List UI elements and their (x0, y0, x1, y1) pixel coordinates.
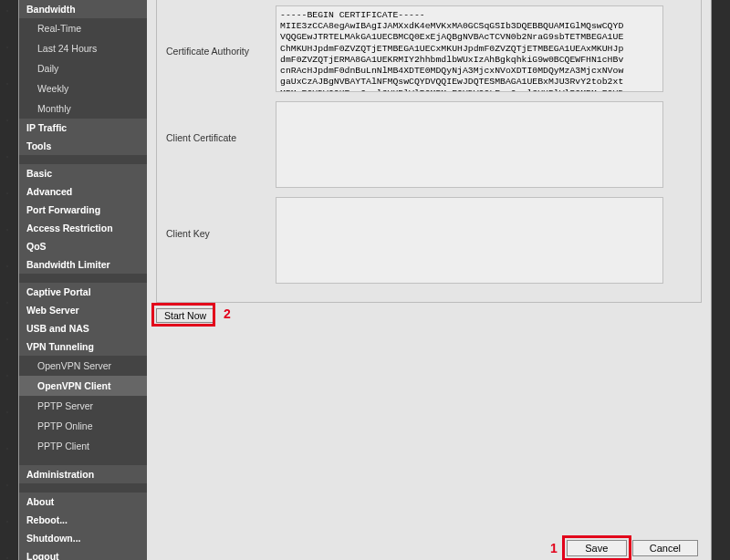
sidebar-header-qos[interactable]: QoS (19, 237, 147, 255)
save-button[interactable]: Save (567, 540, 627, 556)
sidebar-header-tools[interactable]: Tools (19, 137, 147, 155)
ca-label: Certificate Authority (166, 5, 276, 57)
sidebar-item-last24[interactable]: Last 24 Hours (19, 38, 147, 58)
sidebar-header-about[interactable]: About (19, 493, 147, 511)
sidebar-header-vpntunnel[interactable]: VPN Tunneling (19, 337, 147, 356)
cancel-button[interactable]: Cancel (632, 540, 698, 556)
ck-label: Client Key (166, 197, 276, 239)
start-now-button[interactable]: Start Now (156, 308, 214, 323)
main-content: Certificate Authority Client Certificate… (147, 0, 711, 560)
sidebar-item-ovpn-server[interactable]: OpenVPN Server (19, 356, 147, 376)
sidebar-header-reboot[interactable]: Reboot... (19, 511, 147, 529)
sidebar-item-pptp-server[interactable]: PPTP Server (19, 396, 147, 416)
sidebar-item-pptp-client[interactable]: PPTP Client (19, 436, 147, 456)
sidebar-item-weekly[interactable]: Weekly (19, 78, 147, 99)
sidebar-header-basic[interactable]: Basic (19, 164, 147, 182)
sidebar-nav: Bandwidth Real-Time Last 24 Hours Daily … (19, 0, 147, 560)
ca-textarea[interactable] (276, 5, 663, 92)
sidebar-header-iptraffic[interactable]: IP Traffic (19, 119, 147, 137)
ck-textarea[interactable] (276, 197, 663, 284)
footer-buttons: 1 Save Cancel (550, 540, 698, 556)
sidebar-header-usbnas[interactable]: USB and NAS (19, 319, 147, 337)
cc-textarea[interactable] (276, 101, 663, 188)
sidebar-header-captive[interactable]: Captive Portal (19, 283, 147, 301)
sidebar-header-bandwidth[interactable]: Bandwidth (19, 0, 147, 18)
sidebar-item-realtime[interactable]: Real-Time (19, 18, 147, 38)
sidebar-header-logout[interactable]: Logout (19, 547, 147, 560)
sidebar-header-shutdown[interactable]: Shutdown... (19, 529, 147, 547)
sidebar-header-bwlimit[interactable]: Bandwidth Limiter (19, 255, 147, 274)
cc-label: Client Certificate (166, 101, 276, 143)
sidebar-header-webserver[interactable]: Web Server (19, 301, 147, 319)
sidebar-item-daily[interactable]: Daily (19, 58, 147, 78)
sidebar-item-pptp-online[interactable]: PPTP Online (19, 416, 147, 436)
sidebar-header-access[interactable]: Access Restriction (19, 219, 147, 237)
sidebar-header-advanced[interactable]: Advanced (19, 182, 147, 201)
sidebar-item-ovpn-client[interactable]: OpenVPN Client (19, 376, 147, 396)
sidebar-header-portfwd[interactable]: Port Forwarding (19, 201, 147, 219)
annotation-label-1: 1 (550, 541, 558, 555)
sidebar-header-admin[interactable]: Administration (19, 465, 147, 483)
annotation-label-2: 2 (224, 306, 231, 321)
keys-section: Certificate Authority Client Certificate… (156, 0, 702, 303)
sidebar-item-monthly[interactable]: Monthly (19, 99, 147, 119)
